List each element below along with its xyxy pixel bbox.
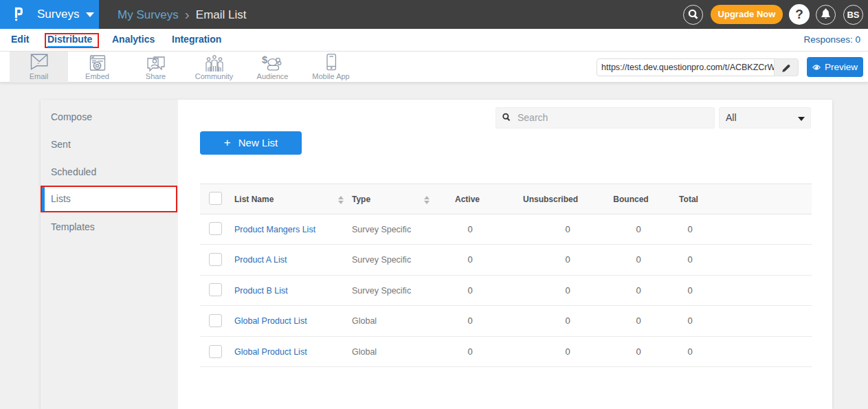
svg-text:$: $ (262, 54, 268, 65)
